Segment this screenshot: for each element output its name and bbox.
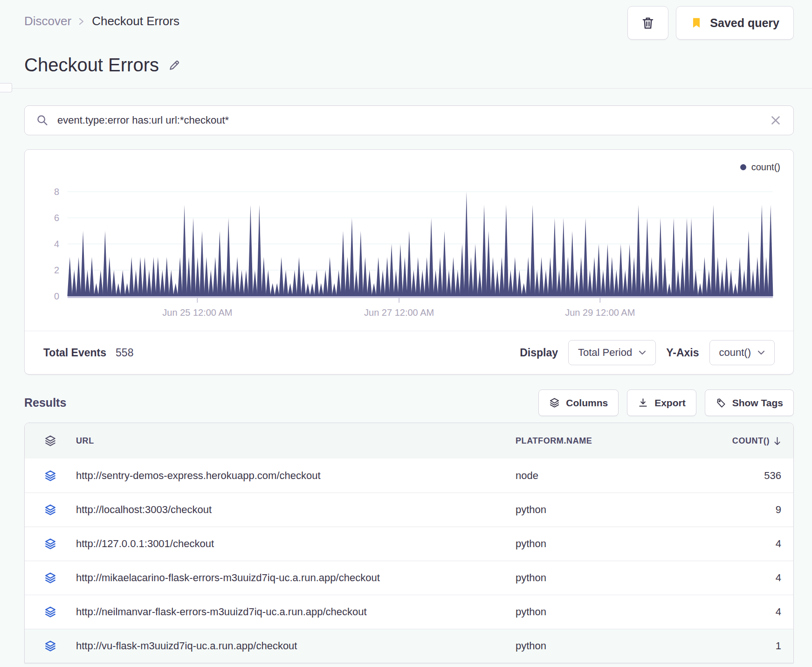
legend-dot <box>740 164 746 170</box>
count-cell: 4 <box>702 572 781 584</box>
stack-row-icon[interactable] <box>25 606 76 618</box>
column-header-count[interactable]: COUNT() <box>702 436 781 446</box>
column-header-platform[interactable]: PLATFORM.NAME <box>516 436 702 446</box>
bookmark-icon <box>690 16 702 29</box>
svg-text:Jun 25 12:00 AM: Jun 25 12:00 AM <box>162 307 232 318</box>
export-button[interactable]: Export <box>627 389 696 416</box>
page-title: Checkout Errors <box>24 55 159 76</box>
clear-search-icon[interactable] <box>769 114 782 127</box>
svg-text:8: 8 <box>54 187 59 197</box>
header-actions: Saved query <box>627 6 794 40</box>
table-row: http://sentry-demos-express.herokuapp.co… <box>25 459 793 493</box>
stack-row-icon[interactable] <box>25 504 76 516</box>
svg-text:Jun 29 12:00 AM: Jun 29 12:00 AM <box>565 307 635 318</box>
export-button-label: Export <box>654 397 686 409</box>
edit-title-icon[interactable] <box>167 58 181 72</box>
count-cell: 536 <box>702 470 781 482</box>
platform-cell: python <box>516 538 702 550</box>
table-row: http://127.0.0.1:3001/checkoutpython4 <box>25 527 793 561</box>
stack-row-icon[interactable] <box>25 470 76 482</box>
display-select-value: Total Period <box>578 347 632 359</box>
trash-icon <box>640 15 655 30</box>
table-body: http://sentry-demos-express.herokuapp.co… <box>25 459 793 663</box>
column-header-url[interactable]: URL <box>76 436 516 446</box>
show-tags-button-label: Show Tags <box>732 397 783 409</box>
platform-cell: node <box>516 470 702 482</box>
svg-text:4: 4 <box>54 239 59 249</box>
table-header-row: URL PLATFORM.NAME COUNT() <box>25 423 793 459</box>
search-input[interactable] <box>57 114 761 126</box>
chevron-down-icon <box>639 350 646 355</box>
show-tags-button[interactable]: Show Tags <box>705 389 794 416</box>
yaxis-select-value: count() <box>719 347 751 359</box>
delete-query-button[interactable] <box>627 6 668 40</box>
chevron-down-icon <box>757 350 765 355</box>
columns-button-label: Columns <box>566 397 608 409</box>
chart-svg: 02468Jun 25 12:00 AMJun 27 12:00 AMJun 2… <box>38 180 780 323</box>
search-bar <box>24 105 794 135</box>
url-cell-link[interactable]: http://mikaelacarino-flask-errors-m3uuiz… <box>76 572 516 584</box>
chart-panel: count() 02468Jun 25 12:00 AMJun 27 12:00… <box>24 149 794 375</box>
events-chart[interactable]: 02468Jun 25 12:00 AMJun 27 12:00 AMJun 2… <box>38 180 780 323</box>
header-divider <box>0 88 812 89</box>
stack-row-icon[interactable] <box>25 572 76 584</box>
table-row: http://neilmanvar-flask-errors-m3uuizd7i… <box>25 595 793 629</box>
chevron-right-icon <box>78 17 85 26</box>
yaxis-select[interactable]: count() <box>709 340 775 365</box>
drawer-handle[interactable] <box>0 83 12 92</box>
page-header: Discover Checkout Errors Saved query <box>24 0 794 40</box>
url-cell-link[interactable]: http://127.0.0.1:3001/checkout <box>76 538 516 550</box>
stack-row-icon[interactable] <box>25 538 76 550</box>
platform-cell: python <box>516 504 702 516</box>
count-cell: 1 <box>702 640 781 652</box>
count-cell: 9 <box>702 504 781 516</box>
stack-header-icon <box>25 435 76 447</box>
svg-text:6: 6 <box>54 213 59 223</box>
legend-label: count() <box>751 162 780 173</box>
stack-row-icon[interactable] <box>25 640 76 652</box>
saved-query-label: Saved query <box>710 16 779 30</box>
url-cell-link[interactable]: http://vu-flask-m3uuizd7iq-uc.a.run.app/… <box>76 640 516 652</box>
count-cell: 4 <box>702 606 781 618</box>
display-label: Display <box>520 347 558 359</box>
url-cell-link[interactable]: http://neilmanvar-flask-errors-m3uuizd7i… <box>76 606 516 618</box>
yaxis-label: Y-Axis <box>666 347 699 359</box>
display-select[interactable]: Total Period <box>568 340 656 365</box>
url-cell-link[interactable]: http://localhost:3003/checkout <box>76 504 516 516</box>
table-row: http://vu-flask-m3uuizd7iq-uc.a.run.app/… <box>25 629 793 663</box>
table-row: http://mikaelacarino-flask-errors-m3uuiz… <box>25 561 793 595</box>
results-heading: Results <box>24 396 66 410</box>
platform-cell: python <box>516 572 702 584</box>
count-cell: 4 <box>702 538 781 550</box>
saved-query-button[interactable]: Saved query <box>676 6 794 40</box>
tag-icon <box>716 397 726 408</box>
results-table: URL PLATFORM.NAME COUNT() http://sentry-… <box>24 423 794 663</box>
svg-text:2: 2 <box>54 265 59 275</box>
sort-desc-icon <box>773 437 781 445</box>
chart-footer: Total Events 558 Display Total Period Y-… <box>25 331 793 374</box>
chart-legend[interactable]: count() <box>38 160 780 174</box>
svg-text:Jun 27 12:00 AM: Jun 27 12:00 AM <box>364 307 434 318</box>
platform-cell: python <box>516 640 702 652</box>
layers-icon <box>549 397 560 408</box>
url-cell-link[interactable]: http://sentry-demos-express.herokuapp.co… <box>76 470 516 482</box>
svg-text:0: 0 <box>54 291 59 301</box>
total-events-label: Total Events <box>43 347 106 359</box>
breadcrumb: Discover Checkout Errors <box>24 14 179 28</box>
download-icon <box>638 397 648 408</box>
breadcrumb-discover-link[interactable]: Discover <box>24 14 71 28</box>
columns-button[interactable]: Columns <box>538 389 619 416</box>
platform-cell: python <box>516 606 702 618</box>
total-events-value: 558 <box>116 347 133 359</box>
breadcrumb-current: Checkout Errors <box>92 14 179 28</box>
table-row: http://localhost:3003/checkoutpython9 <box>25 493 793 527</box>
search-icon <box>36 114 49 127</box>
